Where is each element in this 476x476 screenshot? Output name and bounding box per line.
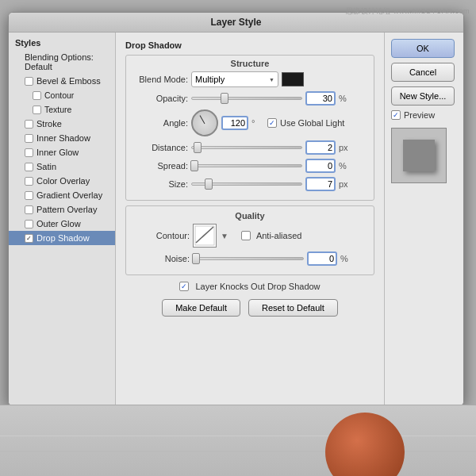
sidebar-item-bevel[interactable]: Bevel & Emboss [9, 74, 115, 88]
opacity-label: Opacity: [132, 94, 188, 103]
angle-label: Angle: [132, 118, 188, 128]
sidebar-item-stroke[interactable]: Stroke [9, 117, 115, 131]
canvas-stripe-top [0, 436, 476, 436]
structure-title: Structure [132, 59, 367, 68]
texture-checkbox[interactable] [33, 106, 41, 114]
inner-shadow-label: Inner Shadow [36, 133, 90, 143]
preview-box [391, 128, 447, 183]
gradient-overlay-label: Gradient Overlay [36, 190, 102, 200]
watermark: 思缘设计论坛 www.MISSYUAN.com [346, 6, 470, 17]
blend-mode-label: Blend Mode: [132, 75, 188, 84]
noise-label: Noise: [134, 254, 190, 263]
distance-slider[interactable] [191, 146, 302, 149]
sidebar-item-color-overlay[interactable]: Color Overlay [9, 174, 115, 188]
reset-to-default-button[interactable]: Reset to Default [248, 299, 338, 317]
distance-label: Distance: [132, 143, 188, 152]
preview-inner [403, 140, 435, 171]
cancel-button[interactable]: Cancel [391, 63, 455, 82]
anti-alias-label: Anti-aliased [256, 231, 301, 240]
spread-unit: % [339, 161, 351, 171]
blending-label: Blending Options: Default [25, 52, 109, 71]
pattern-overlay-label: Pattern Overlay [36, 205, 97, 214]
blend-color-swatch[interactable] [282, 72, 304, 86]
angle-unit: ° [251, 118, 264, 128]
ok-button[interactable]: OK [391, 39, 455, 58]
preview-label-row: Preview [391, 110, 457, 120]
preview-checkbox[interactable] [391, 110, 401, 120]
sidebar-item-gradient-overlay[interactable]: Gradient Overlay [9, 188, 115, 202]
sidebar-item-contour[interactable]: Contour [9, 88, 115, 102]
blend-mode-row: Blend Mode: Multiply [132, 71, 367, 87]
drop-shadow-label: Drop Shadow [36, 233, 90, 243]
distance-row: Distance: px [132, 140, 367, 155]
size-input[interactable] [305, 177, 336, 191]
layer-knocks-label: Layer Knocks Out Drop Shadow [195, 282, 320, 291]
distance-input[interactable] [305, 140, 336, 155]
sidebar-item-pattern-overlay[interactable]: Pattern Overlay [9, 202, 115, 217]
use-global-light-checkbox[interactable] [267, 118, 277, 128]
canvas-circle [325, 413, 405, 476]
noise-slider[interactable] [193, 257, 304, 260]
bevel-checkbox[interactable] [25, 77, 33, 86]
spread-label: Spread: [132, 161, 188, 171]
sidebar-item-drop-shadow[interactable]: Drop Shadow [9, 231, 115, 245]
contour-preview[interactable] [193, 224, 217, 248]
stroke-checkbox[interactable] [25, 120, 33, 129]
contour-label: Contour [44, 90, 74, 100]
color-overlay-label: Color Overlay [36, 176, 90, 186]
satin-checkbox[interactable] [25, 163, 33, 171]
stroke-label: Stroke [36, 119, 62, 129]
contour-arrow: ▼ [221, 232, 228, 240]
opacity-unit: % [339, 94, 351, 103]
noise-input[interactable] [307, 251, 337, 266]
section-title: Drop Shadow [125, 40, 374, 50]
opacity-slider[interactable] [191, 97, 302, 100]
contour-field-label: Contour: [134, 231, 190, 240]
opacity-input[interactable]: 30 [305, 91, 336, 106]
bottom-buttons: Make Default Reset to Default [125, 299, 374, 317]
anti-alias-checkbox[interactable] [241, 231, 251, 240]
size-slider[interactable] [191, 182, 302, 186]
new-style-button[interactable]: New Style... [391, 86, 455, 106]
preview-label: Preview [404, 110, 435, 120]
color-overlay-checkbox[interactable] [25, 177, 33, 186]
outer-glow-checkbox[interactable] [25, 220, 33, 228]
sidebar-item-inner-shadow[interactable]: Inner Shadow [9, 131, 115, 145]
size-label: Size: [132, 179, 188, 189]
blend-mode-select[interactable]: Multiply [191, 71, 278, 87]
outer-glow-label: Outer Glow [36, 219, 81, 228]
sidebar-item-satin[interactable]: Satin [9, 159, 115, 174]
sidebar-styles-label: Styles [9, 36, 115, 50]
inner-glow-label: Inner Glow [36, 148, 79, 157]
main-content: Drop Shadow Structure Blend Mode: Multip… [116, 33, 384, 405]
angle-dial[interactable] [191, 109, 218, 136]
spread-row: Spread: % [132, 159, 367, 173]
canvas-stripe-bottom [0, 451, 476, 452]
angle-row: Angle: ° Use Global Light [132, 109, 367, 136]
contour-svg [194, 225, 215, 246]
contour-checkbox[interactable] [33, 91, 41, 100]
distance-unit: px [339, 143, 351, 152]
layer-knocks-checkbox[interactable] [179, 282, 189, 291]
bevel-label: Bevel & Emboss [36, 76, 101, 86]
sidebar-item-texture[interactable]: Texture [9, 102, 115, 117]
angle-input[interactable] [221, 116, 248, 130]
make-default-button[interactable]: Make Default [162, 299, 240, 317]
gradient-overlay-checkbox[interactable] [25, 191, 33, 200]
blend-mode-value: Multiply [195, 75, 225, 84]
inner-shadow-checkbox[interactable] [25, 134, 33, 143]
title-text: Layer Style [210, 17, 261, 28]
sidebar-item-inner-glow[interactable]: Inner Glow [9, 145, 115, 159]
quality-section: Quality Contour: ▼ Anti-aliased [125, 205, 374, 275]
contour-row: Contour: ▼ Anti-aliased [134, 224, 366, 248]
noise-row: Noise: % [134, 251, 366, 266]
inner-glow-checkbox[interactable] [25, 148, 33, 157]
pattern-overlay-checkbox[interactable] [25, 205, 33, 214]
quality-title: Quality [134, 211, 366, 221]
spread-slider[interactable] [191, 164, 302, 167]
drop-shadow-checkbox[interactable] [25, 234, 33, 243]
spread-input[interactable] [305, 159, 336, 173]
sidebar-item-blending[interactable]: Blending Options: Default [9, 50, 115, 74]
sidebar-item-outer-glow[interactable]: Outer Glow [9, 217, 115, 231]
texture-label: Texture [44, 105, 71, 114]
